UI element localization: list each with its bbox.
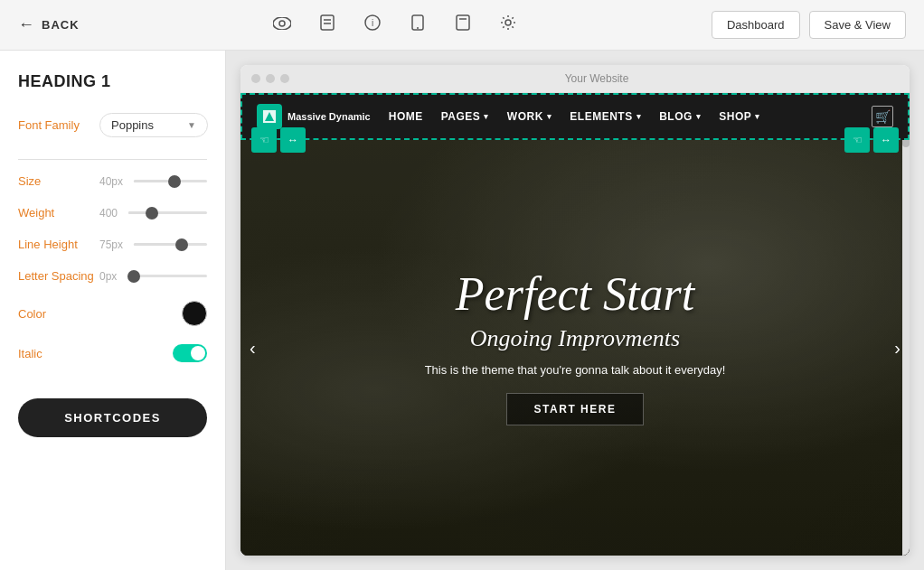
hero-section: ‹ › Perfect Start Ongoing Improvments Th…: [240, 140, 910, 556]
italic-label: Italic: [18, 347, 99, 360]
eye-icon: [273, 15, 291, 34]
top-bar: ← BACK i: [0, 0, 924, 51]
italic-toggle-knob: [191, 346, 205, 360]
line-height-label: Line Height: [18, 238, 99, 251]
main-content: HEADING 1 Font Family Poppins ▼ Size 40p…: [0, 51, 924, 570]
hero-title: Perfect Start: [456, 271, 694, 318]
weight-value: 400: [99, 207, 118, 220]
svg-rect-2: [321, 15, 334, 30]
size-slider-track[interactable]: [134, 180, 207, 182]
letter-spacing-slider-track[interactable]: [127, 275, 207, 277]
nav-handle-arrows-right[interactable]: ↔: [873, 127, 899, 153]
hero-subtitle: Ongoing Improvments: [470, 325, 680, 352]
svg-rect-9: [457, 15, 469, 30]
left-panel: HEADING 1 Font Family Poppins ▼ Size 40p…: [0, 51, 226, 570]
italic-row: Italic: [18, 344, 207, 362]
nav-handle-pointer-right[interactable]: ☜: [844, 127, 870, 153]
info-icon: i: [364, 14, 381, 35]
font-family-value: Poppins: [111, 118, 154, 132]
letter-spacing-row: Letter Spacing 0px: [18, 269, 207, 283]
weight-slider-track[interactable]: [128, 211, 207, 214]
weight-label: Weight: [18, 206, 99, 220]
toolbar-center: i: [267, 10, 523, 41]
back-arrow-icon: ←: [18, 15, 34, 34]
file-icon-btn[interactable]: [312, 10, 343, 41]
svg-point-0: [273, 17, 291, 30]
back-label: BACK: [42, 18, 80, 32]
chevron-down-icon: ▼: [187, 120, 196, 130]
nav-item-blog: BLOG ▾: [659, 110, 701, 123]
gear-icon: [500, 14, 516, 35]
nav-handle-arrows[interactable]: ↔: [280, 127, 306, 153]
letter-spacing-label: Letter Spacing: [18, 269, 99, 283]
browser-preview: Your Website Mass: [226, 51, 924, 570]
nav-handles-right: ☜ ↔: [844, 127, 899, 153]
size-slider-container: 40px: [99, 175, 207, 188]
file-icon: [320, 14, 335, 35]
color-label: Color: [18, 307, 99, 321]
browser-scrollbar[interactable]: [902, 93, 910, 556]
svg-point-8: [417, 27, 419, 29]
browser-window: Your Website Mass: [240, 65, 910, 556]
weight-slider-container: 400: [99, 207, 207, 220]
gear-icon-btn[interactable]: [493, 10, 523, 41]
line-height-value: 75px: [99, 238, 123, 251]
nav-item-elements: ELEMENTS ▾: [570, 110, 641, 123]
color-swatch[interactable]: [182, 301, 207, 326]
size-row: Size 40px: [18, 174, 207, 188]
save-view-button[interactable]: Save & View: [809, 11, 906, 39]
letter-spacing-value: 0px: [99, 270, 117, 283]
browser-title: Your Website: [295, 72, 899, 85]
browser-chrome: Your Website: [240, 65, 910, 93]
panel-title: HEADING 1: [18, 72, 207, 91]
page-icon: [456, 14, 470, 35]
tablet-icon: [411, 14, 424, 35]
size-value: 40px: [99, 175, 123, 188]
line-height-slider-track[interactable]: [134, 243, 207, 246]
italic-toggle-track[interactable]: [173, 344, 207, 362]
shortcodes-button[interactable]: SHORTCODES: [18, 398, 207, 437]
eye-icon-btn[interactable]: [267, 10, 297, 41]
color-row: Color: [18, 301, 207, 326]
browser-content: Massive Dynamic HOME PAGES ▾ WORK ▾ ELEM…: [240, 93, 910, 556]
line-height-row: Line Height 75px: [18, 238, 207, 251]
italic-toggle[interactable]: [173, 344, 207, 362]
font-family-row: Font Family Poppins ▼: [18, 113, 207, 137]
logo-text: Massive Dynamic: [288, 111, 371, 122]
nav-bar: Massive Dynamic HOME PAGES ▾ WORK ▾ ELEM…: [240, 93, 910, 140]
back-nav[interactable]: ← BACK: [18, 15, 80, 34]
nav-logo: Massive Dynamic: [257, 104, 371, 129]
nav-item-shop: SHOP ▾: [719, 110, 760, 123]
line-height-slider-container: 75px: [99, 238, 207, 251]
cart-icon: 🛒: [872, 106, 893, 127]
svg-text:i: i: [372, 18, 373, 28]
website-mockup: Massive Dynamic HOME PAGES ▾ WORK ▾ ELEM…: [240, 93, 910, 556]
toolbar-right: Dashboard Save & View: [712, 11, 906, 39]
hero-next-arrow[interactable]: ›: [894, 338, 900, 359]
svg-point-1: [279, 21, 285, 26]
logo-icon: [257, 104, 282, 129]
hero-description: This is the theme that you're gonna talk…: [425, 363, 726, 377]
tablet-icon-btn[interactable]: [402, 10, 433, 41]
font-family-label: Font Family: [18, 118, 99, 132]
svg-point-11: [505, 20, 511, 25]
browser-dot-yellow: [266, 74, 275, 83]
hero-cta-button[interactable]: START HERE: [506, 393, 645, 425]
size-label: Size: [18, 174, 99, 188]
nav-handles-left: ☜ ↔: [251, 127, 306, 153]
hero-prev-arrow[interactable]: ‹: [250, 338, 256, 359]
letter-spacing-slider-container: 0px: [99, 270, 207, 283]
browser-dot-red: [251, 74, 260, 83]
page-icon-btn[interactable]: [448, 10, 478, 41]
nav-item-pages: PAGES ▾: [441, 110, 489, 123]
divider-1: [18, 159, 207, 160]
nav-item-work: WORK ▾: [507, 110, 552, 123]
nav-item-home: HOME: [389, 110, 423, 123]
nav-items: HOME PAGES ▾ WORK ▾ ELEMENTS ▾ BLOG ▾ SH…: [389, 110, 872, 123]
info-icon-btn[interactable]: i: [357, 10, 388, 41]
font-family-dropdown[interactable]: Poppins ▼: [99, 113, 208, 137]
dashboard-button[interactable]: Dashboard: [712, 11, 800, 39]
browser-dot-green: [280, 74, 289, 83]
nav-handle-pointer[interactable]: ☜: [251, 127, 277, 153]
weight-row: Weight 400: [18, 206, 207, 220]
